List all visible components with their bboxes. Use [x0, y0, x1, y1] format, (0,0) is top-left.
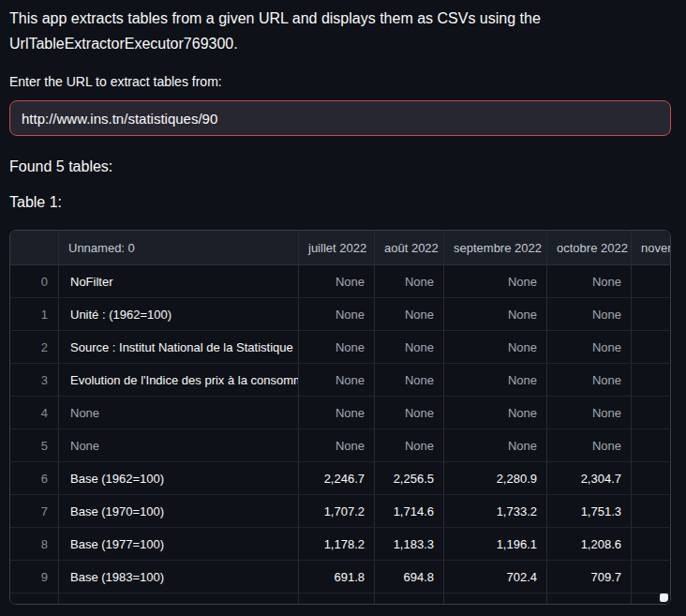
- row-label-cell[interactable]: NoFilter: [59, 265, 299, 297]
- value-cell[interactable]: None: [299, 331, 375, 363]
- value-cell[interactable]: 694.8: [375, 561, 444, 593]
- value-cell[interactable]: None: [299, 429, 375, 461]
- url-input[interactable]: [9, 100, 671, 136]
- value-cell-clipped[interactable]: [632, 265, 670, 297]
- table-row: 10Base (1990=100): [10, 593, 670, 605]
- value-cell-clipped[interactable]: [632, 331, 670, 363]
- value-cell[interactable]: None: [444, 331, 547, 363]
- value-cell[interactable]: None: [547, 429, 632, 461]
- value-cell-clipped[interactable]: [632, 495, 670, 527]
- row-index-cell[interactable]: 2: [10, 331, 59, 363]
- value-cell-clipped[interactable]: [632, 298, 670, 330]
- value-cell[interactable]: 1,178.2: [299, 528, 375, 560]
- value-cell[interactable]: 1,751.3: [547, 495, 632, 527]
- intro-text: This app extracts tables from a given UR…: [9, 7, 671, 56]
- value-cell-clipped[interactable]: [632, 397, 670, 428]
- value-cell[interactable]: None: [299, 298, 375, 330]
- row-label-cell[interactable]: Base (1977=100): [59, 528, 299, 560]
- table-row: 1Unité : (1962=100)NoneNoneNoneNone: [10, 298, 670, 331]
- value-cell[interactable]: 2,256.5: [375, 462, 444, 494]
- value-cell-clipped[interactable]: [632, 561, 670, 593]
- row-label-cell[interactable]: Base (1962=100): [59, 462, 299, 494]
- value-cell[interactable]: None: [444, 298, 547, 330]
- column-header[interactable]: novembre 2022: [632, 231, 670, 264]
- table-row: 8Base (1977=100)1,178.21,183.31,196.11,2…: [10, 528, 670, 561]
- table-row: 2Source : Institut National de la Statis…: [10, 331, 670, 364]
- table-header-row: Unnamed: 0juillet 2022août 2022septembre…: [10, 231, 670, 265]
- value-cell[interactable]: None: [547, 331, 632, 363]
- value-cell[interactable]: 1,208.6: [547, 528, 632, 560]
- row-label-cell[interactable]: Evolution de l'Indice des prix à la cons…: [59, 364, 299, 396]
- column-header[interactable]: juillet 2022: [299, 231, 375, 264]
- value-cell[interactable]: 1,733.2: [444, 495, 547, 527]
- value-cell[interactable]: None: [375, 397, 444, 428]
- column-header[interactable]: octobre 2022: [547, 231, 632, 264]
- value-cell[interactable]: None: [547, 298, 632, 330]
- value-cell[interactable]: None: [375, 364, 444, 396]
- value-cell[interactable]: 1,196.1: [444, 528, 547, 560]
- value-cell[interactable]: None: [299, 397, 375, 428]
- value-cell[interactable]: 709.7: [547, 561, 632, 593]
- row-label-cell[interactable]: Source : Institut National de la Statist…: [59, 331, 299, 363]
- value-cell[interactable]: None: [547, 364, 632, 396]
- value-cell[interactable]: None: [444, 265, 547, 297]
- row-index-cell[interactable]: 4: [10, 397, 59, 428]
- value-cell[interactable]: 2,246.7: [299, 462, 375, 494]
- row-index-cell[interactable]: 5: [10, 429, 59, 461]
- resize-handle[interactable]: [660, 593, 668, 602]
- app-page: This app extracts tables from a given UR…: [0, 0, 686, 616]
- row-label-cell[interactable]: Base (1990=100): [59, 593, 299, 605]
- value-cell-clipped[interactable]: [632, 462, 670, 494]
- found-tables-text: Found 5 tables:: [9, 158, 112, 175]
- value-cell-clipped[interactable]: [632, 528, 670, 560]
- row-label-cell[interactable]: Base (1970=100): [59, 495, 299, 527]
- value-cell-clipped[interactable]: [632, 364, 670, 396]
- corner-header-cell[interactable]: [10, 231, 59, 264]
- row-label-cell[interactable]: Unité : (1962=100): [59, 298, 299, 330]
- row-index-cell[interactable]: 0: [10, 265, 59, 297]
- value-cell[interactable]: None: [444, 364, 547, 396]
- row-index-cell[interactable]: 1: [10, 298, 59, 330]
- table-body: 0NoFilterNoneNoneNoneNone1Unité : (1962=…: [10, 265, 670, 605]
- row-index-cell[interactable]: 9: [10, 561, 59, 593]
- value-cell[interactable]: 1,707.2: [299, 495, 375, 527]
- row-index-cell[interactable]: 8: [10, 528, 59, 560]
- table-title: Table 1:: [9, 194, 62, 211]
- row-index-cell[interactable]: 10: [10, 593, 59, 605]
- row-index-cell[interactable]: 7: [10, 495, 59, 527]
- value-cell[interactable]: 702.4: [444, 561, 547, 593]
- value-cell[interactable]: 2,304.7: [547, 462, 632, 494]
- value-cell[interactable]: 1,183.3: [375, 528, 444, 560]
- value-cell[interactable]: [299, 593, 375, 605]
- row-label-cell[interactable]: Base (1983=100): [59, 561, 299, 593]
- value-cell[interactable]: [444, 593, 547, 605]
- value-cell[interactable]: 2,280.9: [444, 462, 547, 494]
- url-input-label: Enter the URL to extract tables from:: [9, 74, 222, 89]
- value-cell[interactable]: None: [375, 429, 444, 461]
- value-cell-clipped[interactable]: [632, 429, 670, 461]
- row-index-cell[interactable]: 3: [10, 364, 59, 396]
- row-label-cell[interactable]: None: [59, 397, 299, 428]
- value-cell[interactable]: None: [444, 429, 547, 461]
- column-header[interactable]: août 2022: [375, 231, 444, 264]
- table-row: 5NoneNoneNoneNoneNone: [10, 429, 670, 462]
- row-label-cell[interactable]: None: [59, 429, 299, 461]
- value-cell[interactable]: 1,714.6: [375, 495, 444, 527]
- value-cell[interactable]: None: [547, 265, 632, 297]
- dataframe[interactable]: Unnamed: 0juillet 2022août 2022septembre…: [9, 230, 671, 605]
- value-cell[interactable]: 691.8: [299, 561, 375, 593]
- column-header[interactable]: septembre 2022: [444, 231, 547, 264]
- table-row: 9Base (1983=100)691.8694.8702.4709.7: [10, 561, 670, 593]
- value-cell[interactable]: None: [375, 265, 444, 297]
- value-cell[interactable]: None: [444, 397, 547, 428]
- value-cell[interactable]: None: [375, 331, 444, 363]
- table-row: 6Base (1962=100)2,246.72,256.52,280.92,3…: [10, 462, 670, 495]
- value-cell[interactable]: None: [299, 364, 375, 396]
- value-cell[interactable]: [547, 593, 632, 605]
- value-cell[interactable]: None: [375, 298, 444, 330]
- value-cell[interactable]: None: [299, 265, 375, 297]
- row-index-cell[interactable]: 6: [10, 462, 59, 494]
- value-cell[interactable]: None: [547, 397, 632, 428]
- column-header[interactable]: Unnamed: 0: [59, 231, 299, 264]
- value-cell[interactable]: [375, 593, 444, 605]
